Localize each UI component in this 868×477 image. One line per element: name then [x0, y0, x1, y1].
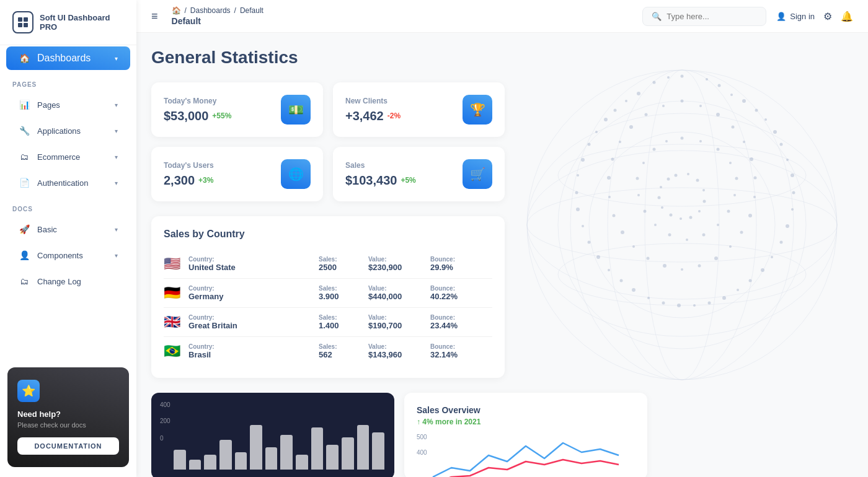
svg-point-87 [729, 162, 732, 164]
header-right: 🔍 👤 Sign in ⚙ 🔔 [642, 7, 853, 26]
sidebar: Soft UI Dashboard PRO 🏠 Dashboards ▾ PAG… [0, 0, 136, 477]
svg-point-54 [625, 100, 627, 102]
svg-point-48 [577, 174, 579, 177]
svg-point-33 [737, 289, 739, 291]
chevron-down-icon: ▾ [115, 102, 118, 108]
svg-point-9 [527, 113, 837, 336]
basic-icon: 🚀 [19, 224, 30, 235]
svg-point-68 [729, 245, 732, 248]
sidebar-item-components[interactable]: 👤 Components ▾ [6, 243, 130, 267]
svg-point-98 [636, 177, 639, 180]
svg-point-5 [558, 101, 806, 349]
svg-point-88 [735, 177, 738, 180]
svg-point-30 [771, 256, 773, 258]
svg-point-84 [681, 137, 684, 140]
svg-point-36 [693, 304, 696, 307]
help-star-icon: ⭐ [17, 380, 40, 402]
documentation-button[interactable]: DOCUMENTATION [17, 437, 119, 455]
svg-point-51 [595, 131, 598, 133]
hamburger-menu[interactable]: ≡ [151, 10, 158, 23]
flag: 🇩🇪 [164, 285, 188, 301]
line-chart-svg [417, 434, 635, 477]
svg-point-13 [608, 70, 756, 380]
svg-point-102 [675, 174, 678, 177]
chevron-down-icon: ▾ [115, 180, 118, 186]
breadcrumb-title: Default [172, 16, 264, 26]
svg-point-20 [755, 109, 758, 112]
stat-value-sales: $103,430 +5% [345, 173, 416, 188]
search-box[interactable]: 🔍 [642, 7, 766, 26]
svg-point-25 [790, 173, 794, 177]
sidebar-item-applications[interactable]: 🔧 Applications ▾ [6, 119, 130, 142]
svg-point-6 [589, 132, 775, 318]
applications-icon: 🔧 [19, 125, 30, 136]
svg-point-110 [670, 214, 673, 217]
svg-point-81 [629, 125, 633, 129]
svg-point-37 [677, 304, 681, 307]
svg-point-101 [665, 140, 668, 142]
stat-card-clients: New Clients +3,462 -2% 🏆 [333, 82, 505, 137]
country-row: 🇩🇪 Country: Germany Sales: 3.900 Value: … [164, 279, 492, 308]
main-area: ≡ 🏠 / Dashboards / Default Default 🔍 👤 [136, 0, 868, 477]
svg-point-34 [722, 296, 726, 300]
chevron-down-icon: ▾ [115, 154, 118, 160]
sidebar-item-dashboards-label: Dashboards [37, 53, 91, 64]
svg-point-92 [702, 234, 706, 237]
sidebar-item-changelog[interactable]: 🗂 Change Log [6, 269, 130, 293]
svg-point-28 [786, 224, 789, 228]
svg-point-112 [658, 196, 661, 199]
bottom-charts: 400 200 0 [151, 393, 647, 477]
breadcrumb-separator: / [185, 6, 187, 15]
svg-point-45 [582, 225, 584, 227]
svg-point-76 [613, 214, 616, 217]
ecommerce-icon: 🗂 [19, 151, 30, 162]
svg-point-7 [527, 188, 837, 262]
dashboards-icon: 🏠 [19, 53, 30, 64]
sidebar-item-authentication[interactable]: 📄 Authentication ▾ [6, 171, 130, 195]
svg-point-95 [654, 224, 657, 226]
globe-decoration [496, 33, 868, 417]
search-input[interactable] [666, 12, 757, 21]
svg-point-4 [527, 70, 837, 380]
svg-point-56 [653, 81, 656, 84]
stat-value-money: $53,000 +55% [164, 109, 231, 123]
svg-point-91 [717, 224, 719, 226]
svg-point-23 [780, 143, 783, 146]
help-subtitle: Please check our docs [17, 421, 119, 429]
chevron-down-icon: ▾ [115, 128, 118, 134]
svg-point-114 [667, 178, 670, 181]
country-row: 🇬🇧 Country: Great Britain Sales: 1.400 V… [164, 308, 492, 337]
breadcrumb-dashboards[interactable]: Dashboards [190, 6, 231, 15]
bar-chart-card: 400 200 0 [151, 393, 394, 477]
svg-point-74 [632, 245, 635, 248]
svg-point-21 [764, 118, 767, 121]
svg-point-66 [748, 214, 752, 217]
sidebar-item-dashboards[interactable]: 🏠 Dashboards ▾ [6, 46, 130, 70]
authentication-icon: 📄 [19, 177, 30, 188]
sign-in-button[interactable]: 👤 Sign in [776, 12, 815, 21]
sidebar-item-ecommerce[interactable]: 🗂 Ecommerce ▾ [6, 145, 130, 168]
svg-point-38 [662, 302, 665, 305]
stat-value-users: 2,300 +3% [164, 173, 214, 188]
line-chart: 500 400 [417, 434, 635, 477]
flag: 🇧🇷 [164, 343, 188, 359]
sidebar-item-pages[interactable]: 📊 Pages ▾ [6, 93, 130, 116]
stat-info-clients: New Clients +3,462 -2% [345, 97, 401, 123]
settings-icon[interactable]: ⚙ [823, 11, 832, 22]
home-icon: 🏠 [172, 6, 181, 15]
svg-point-96 [644, 210, 647, 213]
svg-point-85 [699, 140, 702, 142]
svg-point-49 [581, 158, 585, 162]
svg-point-8 [527, 151, 837, 299]
svg-point-94 [668, 234, 671, 237]
svg-point-90 [727, 210, 730, 213]
stat-icon-users: 🌐 [281, 159, 311, 189]
svg-point-78 [607, 176, 611, 180]
breadcrumb: 🏠 / Dashboards / Default Default [172, 6, 264, 26]
sidebar-item-basic[interactable]: 🚀 Basic ▾ [6, 217, 130, 241]
notification-icon[interactable]: 🔔 [841, 11, 853, 22]
sales-by-country-card: Sales by Country 🇺🇸 Country: United Stat… [151, 216, 505, 378]
sidebar-item-authentication-label: Authentication [37, 178, 88, 188]
logo-icon [12, 11, 33, 33]
svg-point-12 [645, 70, 719, 380]
